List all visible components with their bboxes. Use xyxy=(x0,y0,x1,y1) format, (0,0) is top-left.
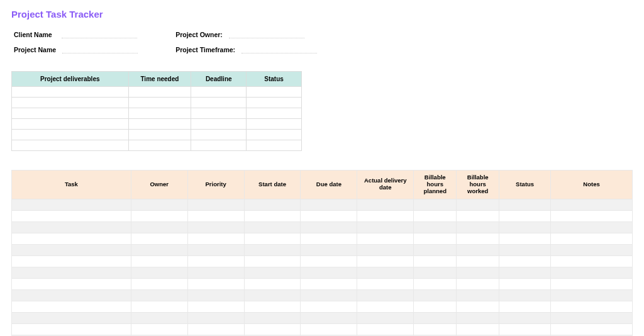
tasks-cell-input[interactable] xyxy=(12,324,131,335)
tasks-cell-input[interactable] xyxy=(12,279,131,289)
tasks-cell-input[interactable] xyxy=(551,233,632,244)
tasks-cell-input[interactable] xyxy=(188,290,244,301)
tasks-cell-input[interactable] xyxy=(457,313,499,323)
project-owner-input[interactable] xyxy=(229,30,304,38)
deliverables-cell-input[interactable] xyxy=(247,140,301,150)
tasks-cell-input[interactable] xyxy=(131,199,187,210)
tasks-cell-input[interactable] xyxy=(414,233,456,244)
deliverables-cell-input[interactable] xyxy=(191,130,246,140)
tasks-cell-input[interactable] xyxy=(188,313,244,323)
tasks-cell-input[interactable] xyxy=(551,279,632,289)
tasks-cell-input[interactable] xyxy=(12,267,131,278)
tasks-cell-input[interactable] xyxy=(131,313,187,323)
tasks-cell-input[interactable] xyxy=(301,199,357,210)
tasks-cell-input[interactable] xyxy=(551,256,632,267)
tasks-cell-input[interactable] xyxy=(499,233,550,244)
tasks-cell-input[interactable] xyxy=(457,324,499,335)
tasks-cell-input[interactable] xyxy=(188,245,244,255)
tasks-cell-input[interactable] xyxy=(131,279,187,289)
tasks-cell-input[interactable] xyxy=(457,211,499,221)
tasks-cell-input[interactable] xyxy=(357,211,413,221)
tasks-cell-input[interactable] xyxy=(301,313,357,323)
tasks-cell-input[interactable] xyxy=(499,267,550,278)
tasks-cell-input[interactable] xyxy=(457,290,499,301)
tasks-cell-input[interactable] xyxy=(131,290,187,301)
tasks-cell-input[interactable] xyxy=(12,290,131,301)
tasks-cell-input[interactable] xyxy=(499,290,550,301)
deliverables-cell-input[interactable] xyxy=(247,98,301,108)
deliverables-cell-input[interactable] xyxy=(12,98,128,108)
tasks-cell-input[interactable] xyxy=(188,199,244,210)
tasks-cell-input[interactable] xyxy=(499,222,550,233)
deliverables-cell-input[interactable] xyxy=(247,130,301,140)
tasks-cell-input[interactable] xyxy=(131,222,187,233)
tasks-cell-input[interactable] xyxy=(301,211,357,221)
deliverables-cell-input[interactable] xyxy=(12,140,128,150)
tasks-cell-input[interactable] xyxy=(457,256,499,267)
deliverables-cell-input[interactable] xyxy=(191,108,246,118)
deliverables-cell-input[interactable] xyxy=(247,87,301,97)
deliverables-cell-input[interactable] xyxy=(129,130,191,140)
tasks-cell-input[interactable] xyxy=(301,290,357,301)
deliverables-cell-input[interactable] xyxy=(12,130,128,140)
deliverables-cell-input[interactable] xyxy=(191,140,246,150)
tasks-cell-input[interactable] xyxy=(357,245,413,255)
tasks-cell-input[interactable] xyxy=(245,267,301,278)
tasks-cell-input[interactable] xyxy=(357,313,413,323)
tasks-cell-input[interactable] xyxy=(301,324,357,335)
tasks-cell-input[interactable] xyxy=(551,267,632,278)
tasks-cell-input[interactable] xyxy=(301,279,357,289)
tasks-cell-input[interactable] xyxy=(188,222,244,233)
tasks-cell-input[interactable] xyxy=(357,233,413,244)
tasks-cell-input[interactable] xyxy=(357,324,413,335)
tasks-cell-input[interactable] xyxy=(414,256,456,267)
tasks-cell-input[interactable] xyxy=(131,301,187,312)
tasks-cell-input[interactable] xyxy=(457,222,499,233)
deliverables-cell-input[interactable] xyxy=(129,119,191,129)
tasks-cell-input[interactable] xyxy=(357,279,413,289)
tasks-cell-input[interactable] xyxy=(457,279,499,289)
tasks-cell-input[interactable] xyxy=(499,256,550,267)
tasks-cell-input[interactable] xyxy=(414,290,456,301)
tasks-cell-input[interactable] xyxy=(188,324,244,335)
tasks-cell-input[interactable] xyxy=(12,211,131,221)
deliverables-cell-input[interactable] xyxy=(12,108,128,118)
tasks-cell-input[interactable] xyxy=(551,290,632,301)
tasks-cell-input[interactable] xyxy=(499,199,550,210)
tasks-cell-input[interactable] xyxy=(414,301,456,312)
tasks-cell-input[interactable] xyxy=(245,324,301,335)
tasks-cell-input[interactable] xyxy=(414,222,456,233)
deliverables-cell-input[interactable] xyxy=(247,108,301,118)
tasks-cell-input[interactable] xyxy=(457,233,499,244)
tasks-cell-input[interactable] xyxy=(245,222,301,233)
tasks-cell-input[interactable] xyxy=(245,279,301,289)
tasks-cell-input[interactable] xyxy=(301,245,357,255)
tasks-cell-input[interactable] xyxy=(131,211,187,221)
tasks-cell-input[interactable] xyxy=(301,267,357,278)
tasks-cell-input[interactable] xyxy=(414,313,456,323)
tasks-cell-input[interactable] xyxy=(245,233,301,244)
tasks-cell-input[interactable] xyxy=(551,301,632,312)
tasks-cell-input[interactable] xyxy=(499,313,550,323)
tasks-cell-input[interactable] xyxy=(12,256,131,267)
tasks-cell-input[interactable] xyxy=(131,256,187,267)
tasks-cell-input[interactable] xyxy=(499,301,550,312)
tasks-cell-input[interactable] xyxy=(457,301,499,312)
deliverables-cell-input[interactable] xyxy=(191,98,246,108)
tasks-cell-input[interactable] xyxy=(499,211,550,221)
deliverables-cell-input[interactable] xyxy=(12,119,128,129)
tasks-cell-input[interactable] xyxy=(457,245,499,255)
tasks-cell-input[interactable] xyxy=(414,279,456,289)
tasks-cell-input[interactable] xyxy=(414,245,456,255)
tasks-cell-input[interactable] xyxy=(245,211,301,221)
tasks-cell-input[interactable] xyxy=(457,199,499,210)
tasks-cell-input[interactable] xyxy=(12,199,131,210)
deliverables-cell-input[interactable] xyxy=(247,119,301,129)
tasks-cell-input[interactable] xyxy=(357,301,413,312)
tasks-cell-input[interactable] xyxy=(414,267,456,278)
tasks-cell-input[interactable] xyxy=(12,233,131,244)
tasks-cell-input[interactable] xyxy=(301,233,357,244)
tasks-cell-input[interactable] xyxy=(131,267,187,278)
tasks-cell-input[interactable] xyxy=(357,199,413,210)
tasks-cell-input[interactable] xyxy=(245,301,301,312)
